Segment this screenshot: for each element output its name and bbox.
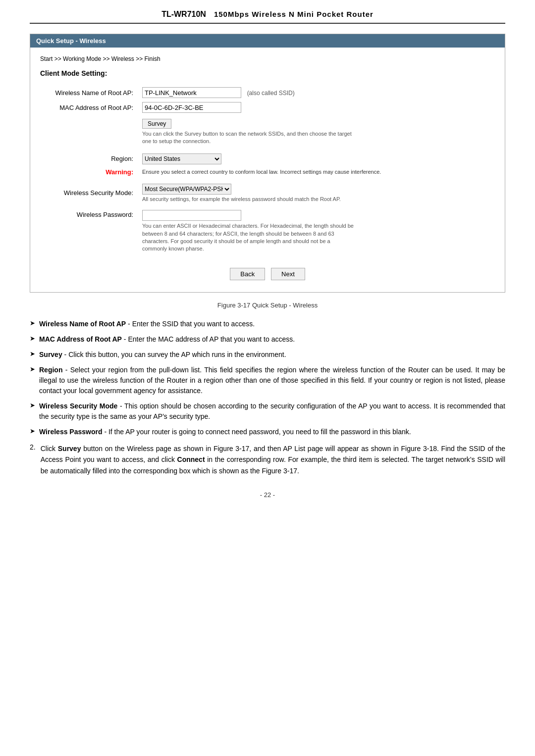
model-name: TL-WR710N [161,10,206,19]
survey-row: Survey You can click the Survey button t… [40,115,495,148]
bullet-arrow-0: ➤ [30,319,35,327]
bullet-content-4: Wireless Security Mode - This option sho… [39,401,505,422]
num-content-0: Click Survey button on the Wireless page… [41,443,505,476]
bullet-text-0: Enter the SSID that you want to access. [132,320,255,328]
warning-text-cell: Ensure you select a correct country to c… [139,166,495,178]
bullet-term-4: Wireless Security Mode [39,402,117,410]
survey-bold: Survey [58,445,81,453]
quick-setup-box: Quick Setup - Wireless Start >> Working … [30,34,505,293]
numbered-item-0: 2. Click Survey button on the Wireless p… [30,443,505,476]
bullet-sep-0: - [126,320,132,328]
bullet-item-5: ➤ Wireless Password - If the AP your rou… [30,427,505,437]
bullet-content-0: Wireless Name of Root AP - Enter the SSI… [39,319,255,329]
ssid-hint: (also called SSID) [247,90,295,97]
warning-text: Ensure you select a correct country to c… [142,168,492,176]
mac-address-row: MAC Address of Root AP: [40,100,495,115]
bullet-arrow-4: ➤ [30,402,35,409]
security-hint: All security settings, for example the w… [142,196,355,202]
bullet-text-2: Click this button, you can survey the AP… [68,351,286,358]
header-description: 150Mbps Wireless N Mini Pocket Router [214,10,374,18]
wireless-name-row: Wireless Name of Root AP: (also called S… [40,85,495,100]
bullet-section: ➤ Wireless Name of Root AP - Enter the S… [30,319,505,437]
bullet-item-1: ➤ MAC Address of Root AP - Enter the MAC… [30,334,505,345]
bullet-item-3: ➤ Region - Select your region from the p… [30,365,505,396]
mac-address-value-cell [139,100,495,115]
survey-hint: You can click the Survey button to scan … [142,130,355,146]
password-hint: You can enter ASCII or Hexadecimal chara… [142,222,355,253]
bullet-term-1: MAC Address of Root AP [39,335,122,343]
bullet-content-1: MAC Address of Root AP - Enter the MAC a… [39,334,295,345]
bullet-text-1: Enter the MAC address of AP that you wan… [128,335,295,343]
next-button[interactable]: Next [271,268,305,280]
page-header: TL-WR710N 150Mbps Wireless N Mini Pocket… [30,10,505,24]
bullet-text-5: If the AP your router is going to connec… [108,428,411,436]
bullet-sep-1: - [122,335,128,343]
bullet-sep-3: - [62,366,70,374]
warning-row: Warning: Ensure you select a correct cou… [40,166,495,178]
mac-address-label: MAC Address of Root AP: [40,100,139,115]
form-buttons: Back Next [40,268,495,284]
bullet-arrow-2: ➤ [30,350,35,357]
mac-address-input[interactable] [142,102,241,113]
bullet-term-2: Survey [39,351,62,358]
figure-caption: Figure 3-17 Quick Setup - Wireless [30,302,505,309]
password-input[interactable] [142,210,241,221]
region-label: Region: [40,151,139,166]
region-row: Region: United States [40,151,495,166]
survey-button[interactable]: Survey [142,119,171,129]
password-row: Wireless Password: You can enter ASCII o… [40,208,495,255]
back-button[interactable]: Back [230,268,265,280]
bullet-sep-4: - [117,402,124,410]
bullet-term-3: Region [39,366,62,374]
bullet-item-2: ➤ Survey - Click this button, you can su… [30,350,505,360]
bullet-item-0: ➤ Wireless Name of Root AP - Enter the S… [30,319,505,329]
bullet-term-5: Wireless Password [39,428,103,436]
warning-label: Warning: [106,168,133,176]
wireless-name-input[interactable] [142,87,241,98]
bullet-sep-2: - [62,351,68,358]
bullet-arrow-5: ➤ [30,427,35,435]
numbered-section: 2. Click Survey button on the Wireless p… [30,443,505,476]
password-value-cell: You can enter ASCII or Hexadecimal chara… [139,208,495,255]
connect-bold: Connect [177,455,205,463]
survey-cell: Survey You can click the Survey button t… [139,115,495,148]
page-number: - 22 - [30,491,505,499]
password-label: Wireless Password: [40,208,139,255]
bullet-content-3: Region - Select your region from the pul… [39,365,505,396]
wireless-name-label: Wireless Name of Root AP: [40,85,139,100]
region-value-cell: United States [139,151,495,166]
quick-setup-title: Quick Setup - Wireless [30,34,505,48]
bullet-term-0: Wireless Name of Root AP [39,320,126,328]
bullet-content-5: Wireless Password - If the AP your route… [39,427,411,437]
region-select[interactable]: United States [142,153,221,164]
security-mode-label: Wireless Security Mode: [40,182,139,204]
bullet-text-3: Select your region from the pull-down li… [39,366,505,395]
bullet-content-2: Survey - Click this button, you can surv… [39,350,286,360]
bullet-sep-5: - [103,428,108,436]
bullet-arrow-1: ➤ [30,335,35,342]
survey-empty-label [40,115,139,148]
warning-label-cell: Warning: [40,166,139,178]
form-table: Wireless Name of Root AP: (also called S… [40,85,495,260]
section-title: Client Mode Setting: [40,69,495,77]
security-mode-select[interactable]: Most Secure(WPA/WPA2-PSK [142,184,231,195]
security-mode-value-cell: Most Secure(WPA/WPA2-PSK All security se… [139,182,495,204]
bullet-item-4: ➤ Wireless Security Mode - This option s… [30,401,505,422]
num-label-0: 2. [30,443,36,451]
security-mode-row: Wireless Security Mode: Most Secure(WPA/… [40,182,495,204]
quick-setup-inner: Start >> Working Mode >> Wireless >> Fin… [30,48,505,292]
breadcrumb: Start >> Working Mode >> Wireless >> Fin… [40,55,495,62]
bullet-arrow-3: ➤ [30,365,35,373]
wireless-name-value-cell: (also called SSID) [139,85,495,100]
